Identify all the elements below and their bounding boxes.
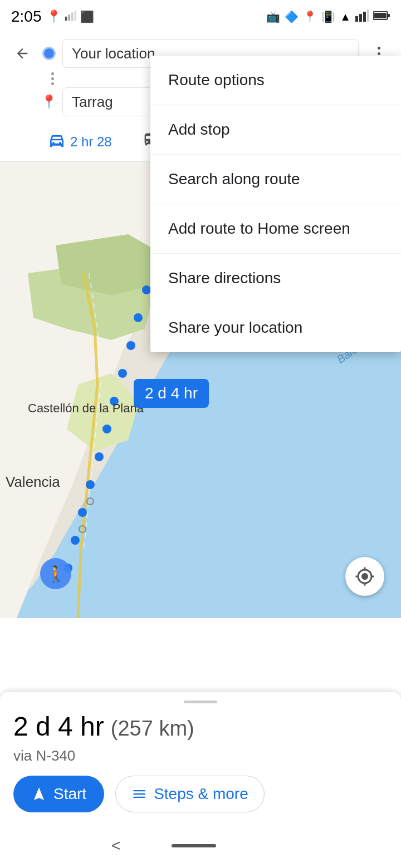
menu-item-share-location[interactable]: Share your location	[150, 303, 401, 352]
menu-item-search-along-route[interactable]: Search along route	[150, 155, 401, 204]
dropdown-overlay: Route options Add stop Search along rout…	[0, 0, 401, 868]
menu-item-share-directions[interactable]: Share directions	[150, 254, 401, 303]
context-menu: Route options Add stop Search along rout…	[150, 56, 401, 352]
menu-item-add-stop[interactable]: Add stop	[150, 105, 401, 155]
menu-item-add-route-home[interactable]: Add route to Home screen	[150, 204, 401, 254]
menu-item-route-options[interactable]: Route options	[150, 56, 401, 105]
